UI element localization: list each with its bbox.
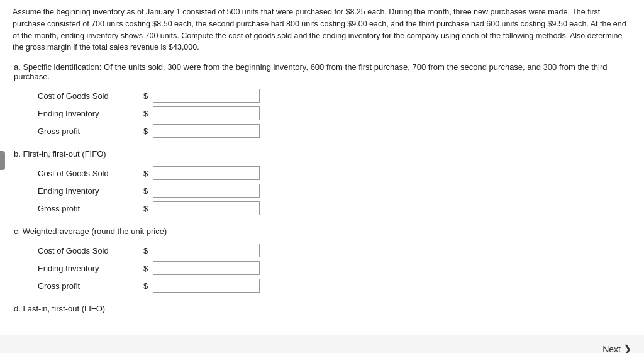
section-b-fields: Cost of Goods Sold $ Ending Inventory $ …: [13, 166, 631, 215]
input-b-cogs[interactable]: [153, 166, 260, 180]
next-button[interactable]: Next ❯: [602, 343, 631, 353]
field-row-a-gp: Gross profit $: [38, 124, 631, 138]
dollar-b-cogs: $: [143, 169, 148, 178]
section-a-title: a. Specific identification: Of the units…: [13, 62, 631, 81]
input-a-gp[interactable]: [153, 124, 260, 138]
section-d-title: d. Last-in, first-out (LIFO): [13, 304, 631, 313]
input-b-ei[interactable]: [153, 184, 260, 198]
field-row-b-ei: Ending Inventory $: [38, 184, 631, 198]
label-a-gp: Gross profit: [38, 126, 138, 136]
label-a-ei: Ending Inventory: [38, 109, 138, 118]
section-c-fields: Cost of Goods Sold $ Ending Inventory $ …: [13, 244, 631, 293]
field-row-b-gp: Gross profit $: [38, 201, 631, 215]
section-b: b. First-in, first-out (FIFO) Cost of Go…: [13, 149, 631, 215]
input-c-gp[interactable]: [153, 279, 260, 293]
input-b-gp[interactable]: [153, 201, 260, 215]
field-row-a-ei: Ending Inventory $: [38, 106, 631, 120]
section-a-fields: Cost of Goods Sold $ Ending Inventory $ …: [13, 89, 631, 138]
field-row-a-cogs: Cost of Goods Sold $: [38, 89, 631, 103]
section-c-title: c. Weighted-average (round the unit pric…: [13, 227, 631, 236]
dollar-c-ei: $: [143, 264, 148, 273]
content-area: Assume the beginning inventory as of Jan…: [0, 0, 644, 353]
section-b-title: b. First-in, first-out (FIFO): [13, 149, 631, 159]
label-b-ei: Ending Inventory: [38, 186, 138, 196]
intro-text: Assume the beginning inventory as of Jan…: [13, 6, 631, 53]
dollar-b-ei: $: [143, 186, 148, 196]
next-chevron-icon: ❯: [623, 343, 631, 353]
footer: Next ❯: [0, 335, 644, 353]
section-d: d. Last-in, first-out (LIFO): [13, 304, 631, 313]
input-c-ei[interactable]: [153, 261, 260, 275]
dollar-a-cogs: $: [143, 91, 148, 101]
input-a-cogs[interactable]: [153, 89, 260, 103]
field-row-c-cogs: Cost of Goods Sold $: [38, 244, 631, 257]
dollar-c-gp: $: [143, 281, 148, 291]
scroll-indicator: [0, 151, 5, 170]
label-c-gp: Gross profit: [38, 281, 138, 291]
page-container: Assume the beginning inventory as of Jan…: [0, 0, 644, 353]
dollar-b-gp: $: [143, 204, 148, 213]
label-b-cogs: Cost of Goods Sold: [38, 169, 138, 178]
label-c-cogs: Cost of Goods Sold: [38, 246, 138, 255]
section-c: c. Weighted-average (round the unit pric…: [13, 227, 631, 293]
field-row-c-ei: Ending Inventory $: [38, 261, 631, 275]
label-b-gp: Gross profit: [38, 204, 138, 213]
input-a-ei[interactable]: [153, 106, 260, 120]
section-a: a. Specific identification: Of the units…: [13, 62, 631, 138]
dollar-c-cogs: $: [143, 246, 148, 255]
next-label: Next: [602, 344, 621, 354]
label-c-ei: Ending Inventory: [38, 264, 138, 273]
label-a-cogs: Cost of Goods Sold: [38, 91, 138, 101]
field-row-b-cogs: Cost of Goods Sold $: [38, 166, 631, 180]
input-c-cogs[interactable]: [153, 244, 260, 257]
dollar-a-gp: $: [143, 126, 148, 136]
field-row-c-gp: Gross profit $: [38, 279, 631, 293]
dollar-a-ei: $: [143, 109, 148, 118]
